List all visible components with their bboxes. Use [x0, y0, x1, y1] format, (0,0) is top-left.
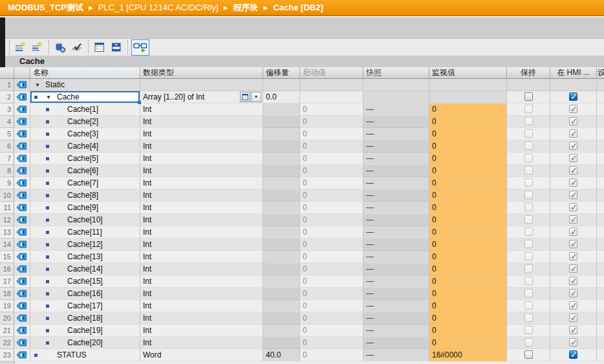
hmi-visible-checkbox[interactable] [569, 142, 577, 150]
hmi-visible-checkbox[interactable] [569, 191, 577, 199]
datatype-cell[interactable]: Int ▼ [140, 140, 263, 153]
start-value-cell[interactable]: 0 [300, 177, 363, 189]
add-row-button[interactable] [30, 39, 45, 55]
monitor-value-cell[interactable]: 16#0000 [429, 349, 507, 361]
row-number[interactable]: 19 [0, 300, 14, 312]
monitor-value-cell[interactable]: 0 [429, 239, 507, 251]
row-number[interactable]: 14 [0, 239, 14, 251]
row-number[interactable]: 4 [0, 116, 14, 128]
retain-checkbox[interactable] [524, 228, 533, 236]
monitor-value-cell[interactable]: 0 [429, 116, 507, 128]
hmi-visible-checkbox[interactable] [569, 178, 577, 187]
start-value-cell[interactable]: 0 [300, 325, 363, 337]
row-number[interactable]: 15 [0, 251, 14, 263]
copy-snapshot-to-start-button[interactable] [92, 39, 107, 55]
start-value-cell[interactable]: 0 [300, 275, 363, 288]
datatype-cell[interactable]: Int ▼ [140, 214, 263, 226]
hmi-visible-checkbox[interactable] [569, 228, 577, 236]
retain-checkbox[interactable] [524, 154, 533, 162]
row-number[interactable]: 9 [0, 177, 14, 189]
datatype-cell[interactable]: Int ▼ [140, 103, 263, 116]
header-clipped-column[interactable]: 设 [597, 67, 604, 79]
start-value-cell[interactable]: 0 [300, 189, 363, 202]
row-number[interactable]: 16 [0, 263, 14, 275]
breadcrumb-item[interactable]: MODBUS_TCP测试 [8, 2, 83, 14]
retain-checkbox[interactable] [524, 129, 533, 138]
monitor-value-cell[interactable]: 0 [429, 128, 507, 140]
datatype-cell[interactable]: Int ▼ [140, 202, 263, 214]
hmi-visible-checkbox[interactable] [569, 350, 577, 359]
name-cell[interactable]: ▼ Cache[5] [30, 153, 140, 165]
retain-checkbox[interactable] [524, 178, 533, 187]
hmi-visible-checkbox[interactable] [569, 314, 577, 322]
start-value-cell[interactable]: 0 [300, 128, 363, 140]
name-cell[interactable]: ▼ Cache[9] [30, 202, 140, 214]
start-value-cell[interactable]: 0 [300, 349, 363, 361]
start-value-cell[interactable]: 0 [300, 214, 363, 226]
monitor-value-cell[interactable]: 0 [429, 202, 507, 214]
name-cell[interactable]: ▼ Cache[16] [30, 288, 140, 300]
monitor-value-cell[interactable]: 0 [429, 153, 507, 165]
snapshot-values-button[interactable] [69, 39, 85, 55]
row-number[interactable]: 8 [0, 165, 14, 177]
start-value-cell[interactable]: 0 [300, 153, 363, 165]
retain-checkbox[interactable] [524, 191, 533, 199]
datatype-dropdown-button[interactable]: ▼ [251, 92, 261, 102]
breadcrumb-item[interactable]: PLC_1 [CPU 1214C AC/DC/Rly] [98, 3, 219, 12]
hmi-visible-checkbox[interactable] [569, 166, 577, 175]
datatype-cell[interactable]: Int ▼ [140, 275, 263, 288]
retain-checkbox[interactable] [524, 142, 533, 150]
monitor-value-cell[interactable]: 0 [429, 165, 507, 177]
datatype-cell[interactable]: Word ▼ [140, 349, 263, 361]
start-value-cell[interactable]: 0 [300, 263, 363, 275]
hmi-visible-checkbox[interactable] [569, 326, 577, 334]
datatype-cell[interactable]: Int ▼ [140, 128, 263, 140]
start-value-cell[interactable]: 0 [300, 103, 363, 116]
name-cell[interactable]: ▼ Cache[8] [30, 189, 140, 202]
hmi-visible-checkbox[interactable] [569, 92, 577, 101]
name-cell[interactable]: ▼ Cache[10] [30, 214, 140, 226]
monitor-value-cell[interactable]: 0 [429, 177, 507, 189]
insert-row-button[interactable] [13, 39, 28, 55]
monitor-value-cell[interactable] [429, 91, 507, 103]
header-snapshot[interactable]: 快照 [363, 67, 429, 79]
row-number[interactable]: 12 [0, 214, 14, 226]
row-number[interactable]: 13 [0, 226, 14, 239]
hmi-visible-checkbox[interactable] [569, 301, 577, 310]
start-value-cell[interactable]: 0 [300, 116, 363, 128]
datatype-cell[interactable]: Array [1..20] of Int ▼ [140, 91, 263, 103]
start-value-cell[interactable]: 0 [300, 288, 363, 300]
retain-checkbox[interactable] [524, 277, 533, 285]
hmi-visible-checkbox[interactable] [569, 338, 577, 347]
row-number[interactable]: 11 [0, 202, 14, 214]
name-cell[interactable]: ▼ Cache[2] [30, 116, 140, 128]
retain-checkbox[interactable] [524, 166, 533, 175]
hmi-visible-checkbox[interactable] [569, 154, 577, 162]
row-number[interactable]: 5 [0, 128, 14, 140]
datatype-cell[interactable]: Int ▼ [140, 288, 263, 300]
load-start-values-button[interactable] [109, 39, 124, 55]
name-cell[interactable]: ▼ Cache[15] [30, 275, 140, 288]
monitor-value-cell[interactable]: 0 [429, 312, 507, 325]
retain-checkbox[interactable] [524, 338, 533, 347]
expand-arrow-icon[interactable]: ▼ [35, 79, 40, 91]
row-number[interactable]: 3 [0, 103, 14, 116]
row-number[interactable]: 17 [0, 275, 14, 288]
row-number[interactable]: 20 [0, 312, 14, 325]
row-number[interactable]: 23 [0, 349, 14, 361]
name-cell[interactable]: ▼ Cache [30, 91, 140, 103]
name-cell[interactable]: ▼ Cache[17] [30, 300, 140, 312]
hmi-visible-checkbox[interactable] [569, 129, 577, 138]
hmi-visible-checkbox[interactable] [569, 240, 577, 248]
name-cell[interactable]: ▼ Cache[7] [30, 177, 140, 189]
name-cell[interactable]: ▼ Cache[1] [30, 103, 140, 116]
datatype-cell[interactable]: Int ▼ [140, 177, 263, 189]
row-number[interactable]: 2 [0, 91, 14, 103]
row-number[interactable]: 21 [0, 325, 14, 337]
monitor-value-cell[interactable]: 0 [429, 288, 507, 300]
hmi-visible-checkbox[interactable] [569, 203, 577, 211]
name-cell[interactable]: ▼ Cache[6] [30, 165, 140, 177]
expand-arrow-icon[interactable]: ▼ [46, 91, 51, 103]
header-datatype[interactable]: 数据类型 [140, 67, 263, 79]
monitor-value-cell[interactable]: 0 [429, 275, 507, 288]
